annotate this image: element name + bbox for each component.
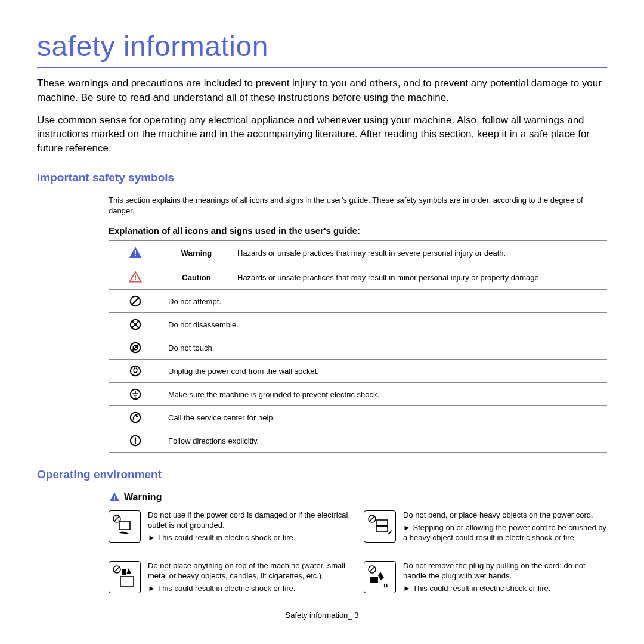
no-touch-icon — [129, 341, 142, 354]
warning-label: Warning — [162, 241, 231, 265]
table-row: Do not attempt. — [109, 290, 607, 313]
warning-item: Do not remove the plug by pulling on the… — [364, 561, 607, 596]
svg-rect-2 — [135, 275, 136, 278]
warning-item: Do not bend, or place heavy objects on t… — [364, 510, 607, 546]
do-not-disassemble-desc: Do not disassemble. — [162, 313, 607, 336]
svg-rect-32 — [377, 526, 388, 532]
warning-text: Do not use if the power cord is damaged … — [148, 510, 352, 531]
warning-desc: Hazards or unsafe practices that may res… — [231, 241, 608, 265]
unplug-desc: Unplug the power cord from the wall sock… — [162, 360, 607, 383]
svg-rect-36 — [122, 569, 126, 575]
warning-consequence: ► This could result in electric shock or… — [148, 584, 352, 594]
intro-paragraph-1: These warnings and precautions are inclu… — [37, 76, 607, 105]
svg-rect-31 — [377, 520, 388, 526]
page-title: safety information — [37, 30, 607, 68]
section-safety-symbols: Important safety symbols — [37, 171, 607, 187]
svg-rect-23 — [135, 443, 136, 444]
warning-triangle-icon — [128, 246, 143, 260]
svg-rect-35 — [120, 577, 134, 586]
warning-text: Do not place anything on top of the mach… — [148, 561, 352, 581]
svg-point-15 — [131, 389, 141, 400]
unplug-icon — [129, 364, 142, 377]
svg-rect-24 — [114, 496, 115, 499]
table-row: Make sure the machine is grounded to pre… — [109, 383, 607, 406]
explain-heading: Explanation of all icons and signs used … — [109, 225, 607, 236]
table-row: Call the service center for help. — [109, 406, 607, 429]
do-not-touch-desc: Do not touch. — [162, 336, 607, 360]
svg-line-5 — [132, 298, 139, 305]
page-footer: Safety information_ 3 — [37, 611, 607, 620]
table-row: Follow directions explicitly. — [109, 429, 607, 453]
warning-text: Do not bend, or place heavy objects on t… — [403, 510, 607, 521]
follow-icon — [129, 434, 142, 447]
symbols-note: This section explains the meanings of al… — [109, 195, 607, 216]
objects-on-machine-icon — [109, 561, 141, 593]
svg-point-20 — [131, 413, 141, 423]
no-disassemble-icon — [129, 318, 142, 331]
warning-consequence: ► Stepping on or allowing the power cord… — [403, 523, 607, 543]
warning-text: Do not remove the plug by pulling on the… — [403, 561, 607, 581]
svg-line-27 — [114, 516, 119, 521]
warning-item: Do not place anything on top of the mach… — [109, 561, 352, 596]
ground-desc: Make sure the machine is grounded to pre… — [162, 383, 607, 406]
ground-icon — [129, 388, 142, 401]
svg-rect-25 — [114, 499, 115, 500]
svg-rect-0 — [135, 250, 136, 254]
do-not-attempt-desc: Do not attempt. — [162, 290, 607, 313]
svg-rect-39 — [370, 577, 378, 583]
svg-rect-28 — [119, 521, 130, 530]
follow-desc: Follow directions explicitly. — [162, 429, 607, 453]
warning-item: Do not use if the power cord is damaged … — [109, 510, 352, 546]
caution-desc: Hazards or unsafe practices that may res… — [231, 265, 608, 290]
damaged-cord-icon — [109, 510, 141, 543]
caution-triangle-icon — [128, 270, 143, 284]
symbols-table: Warning Hazards or unsafe practices that… — [109, 240, 607, 453]
service-icon — [129, 411, 142, 424]
wet-hands-plug-icon — [364, 561, 396, 593]
svg-rect-3 — [135, 279, 136, 280]
warning-consequence: ► This could result in electric shock or… — [148, 533, 352, 543]
warning-header: Warning — [109, 491, 607, 503]
warning-consequence: ► This could result in electric shock or… — [403, 584, 607, 594]
svg-line-34 — [114, 567, 119, 572]
table-row: Warning Hazards or unsafe practices that… — [109, 241, 607, 265]
svg-point-12 — [131, 366, 141, 376]
table-row: Do not touch. — [109, 336, 607, 360]
warning-header-label: Warning — [124, 492, 162, 503]
svg-line-38 — [370, 567, 374, 572]
warning-triangle-icon — [109, 491, 120, 503]
svg-rect-22 — [135, 438, 136, 442]
table-row: Caution Hazards or unsafe practices that… — [109, 265, 607, 290]
table-row: Do not disassemble. — [109, 313, 607, 336]
svg-line-30 — [370, 516, 374, 521]
section-operating-environment: Operating environment — [37, 468, 607, 484]
intro-paragraph-2: Use common sense for operating any elect… — [37, 113, 607, 156]
caution-label: Caution — [162, 265, 231, 290]
svg-rect-1 — [135, 255, 136, 256]
prohibit-icon — [129, 295, 142, 308]
service-desc: Call the service center for help. — [162, 406, 607, 429]
table-row: Unplug the power cord from the wall sock… — [109, 360, 607, 383]
bend-cord-icon — [364, 510, 396, 543]
